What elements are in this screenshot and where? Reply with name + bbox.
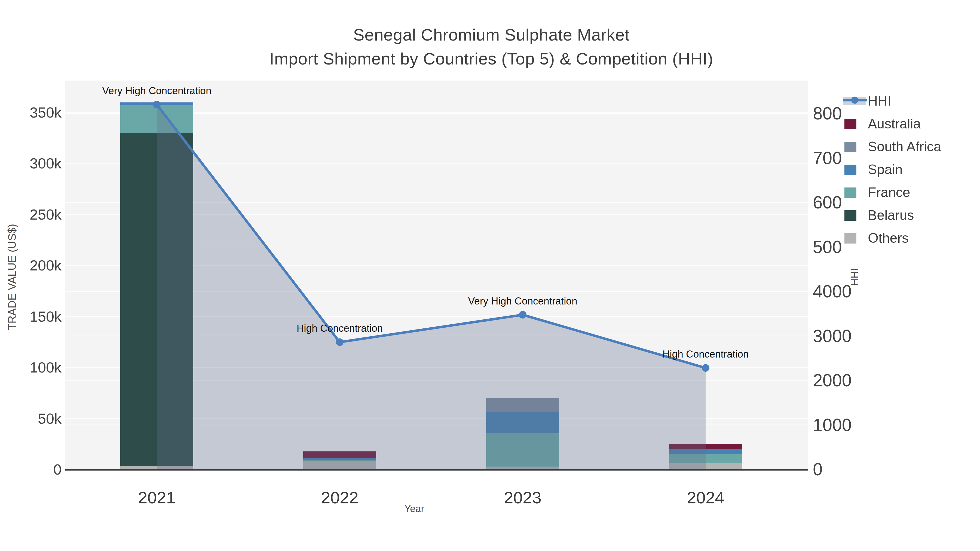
y-right-tick-label: 3000 (813, 326, 851, 346)
y-left-axis-title: TRADE VALUE (US$) (6, 224, 18, 330)
x-tick-label-2022: 2022 (321, 488, 358, 507)
hhi-marker-2021 (153, 101, 161, 108)
y-left-tick-label: 250k (30, 206, 62, 222)
x-axis-title: Year (404, 503, 425, 514)
y-right-tick-label: 2000 (813, 371, 851, 390)
y-left-tick-label: 50k (38, 410, 62, 427)
y-right-tick-label: 0 (813, 460, 822, 479)
legend-swatch-others (845, 233, 856, 243)
x-tick-label-2023: 2023 (504, 488, 541, 507)
y-right-axis-title: HHI (849, 268, 860, 286)
annotation-2022: High Concentration (297, 323, 383, 334)
chart-title: Senegal Chromium Sulphate Market Import … (0, 23, 980, 71)
legend-label-hhi: HHI (868, 93, 891, 109)
y-left-tick-label: 100k (30, 359, 62, 375)
legend-swatch-belarus (845, 210, 856, 221)
legend-label-belarus: Belarus (868, 208, 914, 223)
annotation-2024: High Concentration (663, 349, 749, 360)
y-left-tick-label: 300k (30, 155, 62, 171)
hhi-marker-2024 (702, 364, 710, 372)
legend-label-france: France (868, 185, 910, 200)
legend-label-south-africa: South Africa (868, 139, 941, 154)
x-tick-label-2021: 2021 (138, 488, 176, 507)
legend-hhi-marker (851, 97, 858, 104)
legend-label-australia: Australia (868, 116, 921, 132)
y-left-tick-label: 150k (30, 308, 62, 325)
legend-swatch-spain (845, 165, 856, 175)
y-right-tick-label: 4000 (813, 282, 851, 301)
annotation-2023: Very High Concentration (468, 295, 577, 306)
chart-title-line2: Import Shipment by Countries (Top 5) & C… (0, 47, 980, 71)
hhi-marker-2023 (519, 311, 527, 319)
y-left-tick-label: 200k (30, 257, 62, 273)
y-right-tick-label: 1000 (813, 415, 851, 435)
legend: HHIAustraliaSouth AfricaSpainFranceBelar… (842, 91, 980, 258)
y-left-tick-label: 0 (53, 461, 62, 478)
y-left-tick-label: 350k (30, 104, 62, 121)
chart-title-line1: Senegal Chromium Sulphate Market (0, 23, 980, 47)
chart-canvas: Very High ConcentrationHigh Concentratio… (0, 0, 980, 551)
legend-swatch-australia (845, 119, 856, 129)
annotation-2021: Very High Concentration (102, 85, 211, 96)
legend-label-others: Others (868, 230, 909, 246)
chart-figure: Very High ConcentrationHigh Concentratio… (0, 0, 980, 551)
hhi-marker-2022 (336, 338, 344, 346)
legend-label-spain: Spain (868, 162, 903, 177)
legend-swatch-france (845, 187, 856, 198)
x-tick-label-2024: 2024 (687, 488, 724, 507)
legend-swatch-south-africa (845, 142, 856, 152)
